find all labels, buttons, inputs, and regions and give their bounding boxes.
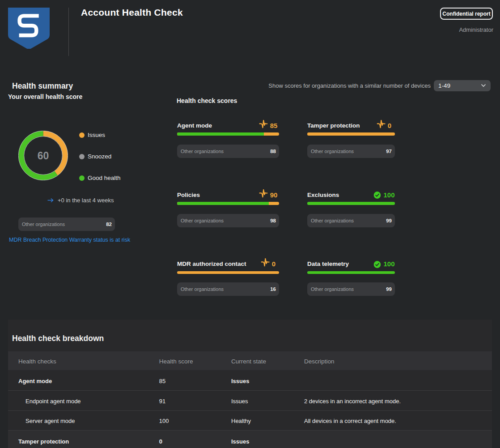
svg-text:60: 60 <box>38 150 49 162</box>
